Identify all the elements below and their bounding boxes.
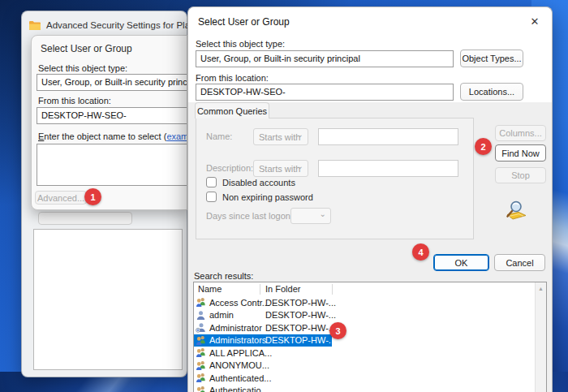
tab-common-queries[interactable]: Common Queries bbox=[195, 102, 269, 118]
disabled-accounts-label: Disabled accounts bbox=[222, 178, 295, 187]
desktop: Advanced Security Settings for Platform … bbox=[0, 0, 568, 392]
column-separator[interactable] bbox=[332, 284, 333, 295]
window-title: Advanced Security Settings for Platform bbox=[46, 20, 211, 30]
group-icon bbox=[196, 297, 206, 308]
chevron-down-icon: ⌄ bbox=[320, 209, 326, 218]
list-item[interactable]: admin DESKTOP-HW-... bbox=[194, 309, 534, 322]
select-user-group-dialog-back: Select User or Group Select this object … bbox=[31, 35, 187, 210]
search-folder-icon bbox=[501, 200, 527, 222]
user-icon bbox=[196, 310, 206, 321]
chevron-down-icon: ⌄ bbox=[297, 162, 303, 170]
search-results-list: Name In Folder Access Contr... DESKTOP-H… bbox=[193, 282, 547, 392]
annotation-step-4: 4 bbox=[412, 243, 429, 261]
column-separator[interactable] bbox=[260, 284, 260, 295]
window-titlebar[interactable]: Advanced Security Settings for Platform bbox=[28, 18, 211, 32]
dialog-title: Select User or Group bbox=[41, 43, 132, 54]
object-type-field: User, Group, or Built-in security princi… bbox=[196, 50, 454, 67]
list-item[interactable]: Authenticatio... bbox=[194, 385, 534, 392]
list-item[interactable]: Authenticated... bbox=[194, 372, 534, 385]
non-expiring-password-checkbox[interactable] bbox=[206, 192, 217, 202]
list-item[interactable]: Access Contr... DESKTOP-HW-... bbox=[194, 296, 534, 309]
scroll-up-icon[interactable]: ▲ bbox=[536, 286, 546, 291]
object-types-button[interactable]: Object Types... bbox=[460, 50, 523, 67]
group-icon bbox=[196, 347, 206, 358]
window-content-area bbox=[33, 229, 183, 370]
location-field: DESKTOP-HW-SEO- bbox=[196, 84, 454, 101]
enter-object-name-label: Enter the object name to select (example… bbox=[38, 131, 187, 141]
select-user-group-dialog: Select User or Group ✕ Select this objec… bbox=[187, 6, 553, 392]
column-header-in-folder[interactable]: In Folder bbox=[265, 284, 300, 294]
chevron-down-icon: ⌄ bbox=[297, 130, 303, 139]
days-since-logon-label: Days since last logon: bbox=[206, 211, 293, 221]
name-label: Name: bbox=[206, 131, 232, 141]
description-label: Description: bbox=[206, 163, 253, 173]
object-type-label: Select this object type: bbox=[38, 63, 127, 73]
columns-button[interactable]: Columns... bbox=[495, 125, 546, 141]
group-icon bbox=[196, 360, 206, 371]
group-icon bbox=[196, 335, 206, 346]
folder-icon bbox=[28, 20, 41, 31]
annotation-step-1: 1 bbox=[84, 188, 101, 205]
location-label: From this location: bbox=[38, 96, 111, 106]
location-label: From this location: bbox=[196, 73, 269, 83]
group-icon bbox=[196, 386, 206, 392]
close-icon[interactable]: ✕ bbox=[527, 14, 542, 28]
stop-button[interactable]: Stop bbox=[495, 167, 546, 183]
locations-button[interactable]: Locations... bbox=[460, 83, 523, 101]
list-rows: Access Contr... DESKTOP-HW-... admin DES… bbox=[194, 296, 534, 392]
name-query-input[interactable] bbox=[318, 128, 458, 145]
scrollbar[interactable]: ▲ bbox=[535, 282, 546, 392]
list-item[interactable]: ANONYMOU... bbox=[194, 360, 534, 373]
column-header-name[interactable]: Name bbox=[198, 284, 222, 294]
user-badge-icon bbox=[196, 322, 206, 333]
dialog-title: Select User or Group bbox=[198, 16, 290, 28]
advanced-button[interactable]: Advanced... bbox=[35, 191, 87, 205]
list-header: Name In Folder bbox=[194, 282, 546, 296]
description-query-input[interactable] bbox=[318, 160, 458, 177]
disabled-accounts-checkbox[interactable] bbox=[206, 177, 217, 187]
annotation-step-3: 3 bbox=[329, 322, 346, 339]
examples-link[interactable]: examples bbox=[166, 131, 187, 141]
list-item[interactable]: Administrators DESKTOP-HW-... bbox=[194, 334, 534, 347]
list-item[interactable]: ALL APPLICA... bbox=[194, 347, 534, 360]
partially-hidden-button bbox=[38, 212, 132, 225]
find-now-button[interactable]: Find Now bbox=[495, 144, 546, 162]
object-type-field: User, Group, or Built-in security princi… bbox=[37, 74, 187, 91]
days-since-logon-select[interactable]: ⌄ bbox=[290, 208, 331, 224]
location-field: DESKTOP-HW-SEO- bbox=[37, 107, 187, 124]
object-name-input[interactable] bbox=[37, 144, 187, 186]
description-operator-select[interactable]: Starts with ⌄ bbox=[253, 160, 308, 177]
name-operator-select[interactable]: Starts with ⌄ bbox=[253, 128, 308, 145]
list-item[interactable]: Administrator DESKTOP-HW-... bbox=[194, 321, 534, 334]
common-queries-panel: Name: Starts with ⌄ Description: Starts … bbox=[196, 118, 474, 239]
search-results-label: Search results: bbox=[194, 271, 253, 281]
cancel-button[interactable]: Cancel bbox=[494, 254, 545, 271]
ok-button[interactable]: OK bbox=[433, 254, 489, 271]
annotation-step-2: 2 bbox=[475, 138, 492, 155]
wallpaper-light-streak bbox=[51, 375, 192, 392]
non-expiring-password-label: Non expiring password bbox=[222, 192, 313, 202]
group-icon bbox=[196, 373, 206, 383]
object-type-label: Select this object type: bbox=[196, 39, 285, 49]
